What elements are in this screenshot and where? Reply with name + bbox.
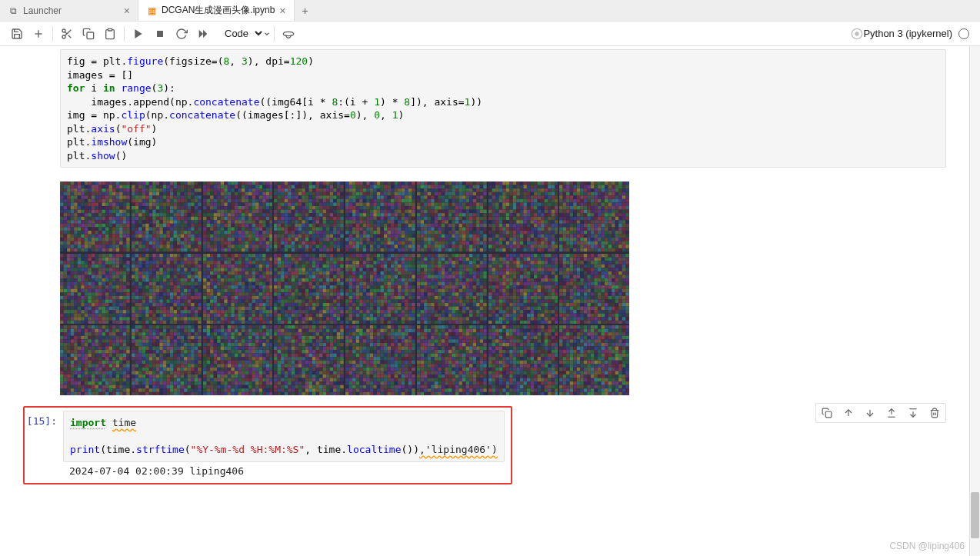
svg-rect-5050 — [349, 292, 353, 296]
scrollbar-thumb[interactable] — [971, 492, 979, 538]
svg-rect-3630 — [145, 254, 149, 258]
run-button[interactable] — [128, 23, 149, 45]
svg-rect-788 — [166, 245, 170, 249]
insert-cell-button[interactable] — [28, 23, 49, 45]
copy-button[interactable] — [78, 23, 99, 45]
cut-button[interactable] — [56, 23, 78, 45]
scrollbar[interactable] — [969, 46, 980, 556]
svg-rect-7908 — [316, 371, 320, 375]
svg-rect-6252 — [559, 292, 563, 296]
restart-button[interactable] — [171, 23, 192, 45]
code-cell-active[interactable]: [15]: import time print(time.strftime("%… — [0, 406, 969, 484]
svg-rect-9328 — [588, 339, 592, 343]
svg-rect-4947 — [408, 271, 412, 275]
svg-rect-6274 — [566, 296, 570, 300]
svg-rect-7269 — [252, 329, 255, 333]
insert-below-button[interactable] — [902, 404, 924, 422]
svg-rect-6412 — [559, 320, 563, 324]
svg-rect-3811 — [148, 285, 152, 289]
svg-rect-9216 — [548, 388, 552, 392]
svg-rect-2849 — [577, 185, 581, 189]
svg-rect-2586 — [498, 210, 502, 214]
svg-rect-9455 — [612, 361, 615, 365]
svg-rect-7268 — [248, 329, 252, 333]
svg-rect-1230 — [309, 181, 313, 185]
insert-above-button[interactable] — [881, 404, 902, 422]
svg-rect-7616 — [206, 392, 210, 396]
tab-launcher[interactable]: ⧉ Launcher × — [0, 0, 138, 21]
svg-rect-8845 — [509, 325, 513, 329]
move-up-button[interactable] — [838, 404, 859, 422]
svg-rect-3336 — [98, 271, 102, 275]
svg-rect-6735 — [67, 378, 71, 382]
svg-rect-8316 — [412, 371, 415, 375]
add-tab-button[interactable]: + — [295, 0, 316, 21]
close-icon[interactable]: × — [279, 5, 285, 17]
cell-type-dropdown[interactable]: Code — [218, 25, 265, 42]
svg-rect-653 — [184, 221, 188, 225]
svg-rect-3019 — [612, 213, 615, 217]
svg-rect-7352 — [262, 343, 266, 347]
move-down-button[interactable] — [859, 404, 881, 422]
svg-rect-9398 — [622, 350, 626, 354]
svg-rect-6818 — [78, 392, 82, 396]
svg-rect-8242 — [363, 361, 367, 365]
save-button[interactable] — [6, 23, 28, 45]
svg-rect-8435 — [408, 392, 412, 396]
svg-rect-8403 — [366, 388, 370, 392]
code-cell[interactable]: fig = plt.figure(figsize=(8, 3), dpi=120… — [0, 49, 969, 403]
svg-rect-6922 — [159, 339, 163, 343]
svg-rect-9069 — [523, 364, 527, 368]
svg-rect-5216 — [370, 320, 374, 324]
code-input[interactable]: import time print(time.strftime("%Y-%m-%… — [63, 411, 505, 462]
svg-rect-2531 — [516, 199, 520, 203]
svg-rect-1092 — [248, 228, 252, 231]
kernel-selector[interactable]: Python 3 (ipykernel) — [863, 28, 974, 39]
svg-rect-2778 — [541, 241, 545, 245]
svg-rect-4538 — [309, 271, 313, 275]
delete-cell-button[interactable] — [924, 404, 945, 422]
svg-rect-5915 — [502, 303, 506, 307]
tab-notebook[interactable]: ▦ DCGAN生成漫画头像.ipynb × — [138, 0, 295, 21]
svg-rect-2861 — [618, 185, 622, 189]
interrupt-button[interactable] — [149, 23, 171, 45]
svg-rect-2813 — [523, 248, 527, 252]
svg-rect-172 — [112, 206, 116, 210]
close-icon[interactable]: × — [124, 5, 130, 17]
svg-rect-7150 — [187, 378, 191, 382]
svg-rect-2541 — [551, 199, 555, 203]
code-input[interactable]: fig = plt.figure(figsize=(8, 3), dpi=120… — [60, 49, 946, 168]
svg-rect-4501 — [319, 264, 323, 268]
svg-rect-2508 — [505, 196, 509, 200]
paste-button[interactable] — [99, 23, 121, 45]
svg-rect-3137 — [605, 235, 608, 238]
svg-rect-2347 — [434, 238, 438, 241]
svg-rect-3056 — [602, 221, 605, 225]
svg-rect-2189 — [442, 210, 445, 214]
render-button[interactable] — [278, 23, 299, 45]
svg-rect-3298 — [105, 264, 109, 268]
svg-rect-3917 — [170, 303, 174, 307]
svg-rect-1831 — [380, 217, 384, 221]
svg-rect-7764 — [302, 346, 306, 350]
svg-rect-8029 — [319, 392, 323, 396]
svg-rect-7287 — [245, 332, 248, 336]
svg-rect-1790 — [377, 210, 381, 214]
svg-rect-5384 — [465, 278, 469, 282]
svg-rect-7830 — [323, 357, 327, 361]
svg-rect-3374 — [92, 278, 95, 282]
svg-rect-2184 — [424, 210, 428, 214]
svg-rect-1153 — [252, 238, 255, 241]
svg-rect-3228 — [71, 254, 75, 258]
restart-run-all-button[interactable] — [192, 23, 214, 45]
svg-rect-7921 — [292, 375, 295, 378]
svg-rect-543 — [148, 203, 152, 207]
svg-rect-2536 — [533, 199, 537, 203]
svg-rect-2252 — [452, 221, 455, 225]
svg-rect-6411 — [625, 317, 629, 321]
svg-rect-9634 — [608, 392, 612, 396]
svg-rect-4029 — [210, 254, 214, 258]
duplicate-cell-button[interactable] — [816, 404, 838, 422]
svg-rect-4173 — [224, 278, 228, 282]
cell-type-select[interactable]: Code — [218, 25, 271, 42]
